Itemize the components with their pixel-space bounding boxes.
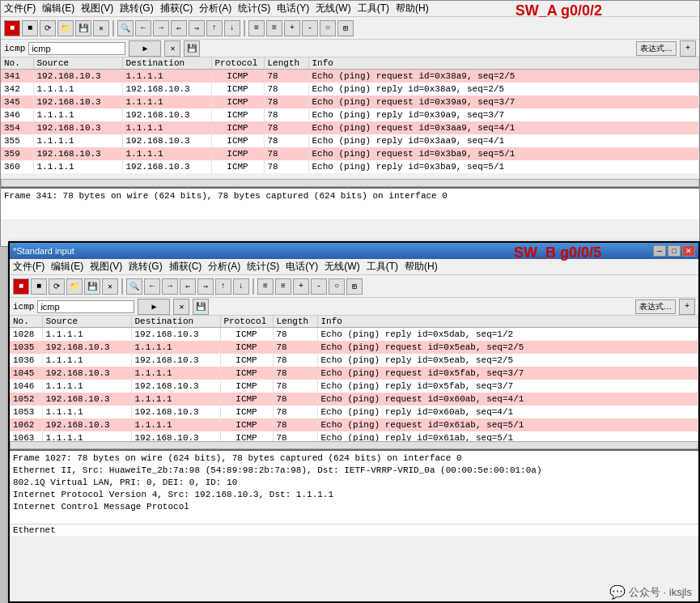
btn-zi-b[interactable]: + <box>293 278 309 295</box>
btn-close[interactable]: ✕ <box>93 20 109 36</box>
menu-stats-b[interactable]: 统计(S) <box>247 260 279 274</box>
table-row[interactable]: 341 192.168.10.3 1.1.1.1 ICMP 78 Echo (p… <box>1 70 699 83</box>
menu-capture-b[interactable]: 捕获(C) <box>169 260 202 274</box>
btn-save[interactable]: 💾 <box>75 20 91 36</box>
table-row[interactable]: 342 1.1.1.1 192.168.10.3 ICMP 78 Echo (p… <box>1 83 699 96</box>
maximize-btn[interactable]: □ <box>668 245 681 257</box>
menu-help-b[interactable]: 帮助(H) <box>405 260 438 274</box>
menu-view-b[interactable]: 视图(V) <box>90 260 122 274</box>
btn-search[interactable]: 🔍 <box>117 20 134 36</box>
menu-view[interactable]: 视图(V) <box>81 2 113 15</box>
filter-save-bottom[interactable]: 💾 <box>193 299 209 315</box>
menu-phone-b[interactable]: 电话(Y) <box>286 260 318 274</box>
filter-save-top[interactable]: 💾 <box>184 40 200 57</box>
btn-col2[interactable]: ≡ <box>266 20 282 36</box>
expr-plus-top[interactable]: + <box>680 40 696 57</box>
menu-stats[interactable]: 统计(S) <box>238 2 270 15</box>
btn-next-b[interactable]: → <box>162 278 178 295</box>
table-row[interactable]: 346 1.1.1.1 192.168.10.3 ICMP 78 Echo (p… <box>1 108 699 121</box>
btn-restart[interactable]: ⟳ <box>40 20 56 36</box>
btn-col-b[interactable]: ≡ <box>257 278 274 295</box>
detail-panel-bottom: Frame 1027: 78 bytes on wire (624 bits),… <box>10 449 698 524</box>
table-header-top: No. Source Destination Protocol Length I… <box>1 57 699 70</box>
btn-f1-b[interactable]: ⇐ <box>180 278 196 295</box>
menu-edit[interactable]: 编辑(E) <box>42 2 74 15</box>
btn-up-b[interactable]: ↑ <box>215 278 231 295</box>
btn-zoom-reset[interactable]: ○ <box>320 20 336 36</box>
btn-close-b[interactable]: ✕ <box>102 278 118 295</box>
filter-apply-top[interactable]: ▶ <box>129 40 161 57</box>
btn-next[interactable]: → <box>153 20 169 36</box>
menu-wireless-b[interactable]: 无线(W) <box>325 260 359 274</box>
table-row[interactable]: 1036 1.1.1.1 192.168.10.3 ICMP 78 Echo (… <box>10 354 698 367</box>
table-row[interactable]: 354 192.168.10.3 1.1.1.1 ICMP 78 Echo (p… <box>1 121 699 134</box>
table-row[interactable]: 1046 1.1.1.1 192.168.10.3 ICMP 78 Echo (… <box>10 380 698 393</box>
btn-zoom-out[interactable]: - <box>302 20 318 36</box>
btn-open-b[interactable]: 📁 <box>66 278 83 295</box>
top-packet-rows: 341 192.168.10.3 1.1.1.1 ICMP 78 Echo (p… <box>1 70 699 173</box>
filter-input-top[interactable] <box>28 42 125 55</box>
btn-stop-b[interactable]: ■ <box>31 278 47 295</box>
btn-lay-b[interactable]: ⊞ <box>346 278 363 295</box>
btn-stop[interactable]: ■ <box>22 20 38 36</box>
scrollbar-h-top[interactable] <box>1 179 699 187</box>
btn-down[interactable]: ↓ <box>224 20 240 36</box>
table-row[interactable]: 360 1.1.1.1 192.168.10.3 ICMP 78 Echo (p… <box>1 160 699 173</box>
btn-filter2[interactable]: ⇒ <box>189 20 205 36</box>
btn-zo-b[interactable]: - <box>311 278 327 295</box>
menu-help[interactable]: 帮助(H) <box>396 2 429 15</box>
btn-start-b[interactable]: ■ <box>13 278 29 295</box>
btn-up[interactable]: ↑ <box>206 20 223 36</box>
filter-apply-bottom[interactable]: ▶ <box>138 299 170 315</box>
table-row[interactable]: 1053 1.1.1.1 192.168.10.3 ICMP 78 Echo (… <box>10 406 698 418</box>
table-row[interactable]: 1035 192.168.10.3 1.1.1.1 ICMP 78 Echo (… <box>10 341 698 354</box>
table-row[interactable]: 355 1.1.1.1 192.168.10.3 ICMP 78 Echo (p… <box>1 134 699 147</box>
table-row[interactable]: 1028 1.1.1.1 192.168.10.3 ICMP 78 Echo (… <box>10 328 698 341</box>
filter-clear-bottom[interactable]: ✕ <box>173 299 189 315</box>
menu-wireless[interactable]: 无线(W) <box>316 2 350 15</box>
expr-btn-bottom[interactable]: 表达式… <box>635 299 676 314</box>
btn-filter1[interactable]: ⇐ <box>171 20 187 36</box>
expr-plus-bottom[interactable]: + <box>679 299 695 315</box>
menu-jump-b[interactable]: 跳转(G) <box>129 260 162 274</box>
btn-layout[interactable]: ⊞ <box>337 20 354 36</box>
btn-prev-b[interactable]: ← <box>144 278 160 295</box>
menu-jump[interactable]: 跳转(G) <box>120 2 153 15</box>
minimize-btn[interactable]: ─ <box>653 245 666 257</box>
menu-file-b[interactable]: 文件(F) <box>13 260 45 274</box>
close-btn[interactable]: ✕ <box>682 245 695 257</box>
menu-tools[interactable]: 工具(T) <box>358 2 389 15</box>
cell-dst: 192.168.10.3 <box>122 160 211 173</box>
table-row[interactable]: 1045 192.168.10.3 1.1.1.1 ICMP 78 Echo (… <box>10 367 698 380</box>
btn-prev[interactable]: ← <box>135 20 151 36</box>
btn-down-b[interactable]: ↓ <box>233 278 249 295</box>
btn-restart-b[interactable]: ⟳ <box>49 278 65 295</box>
menu-edit-b[interactable]: 编辑(E) <box>51 260 83 274</box>
expr-btn-top[interactable]: 表达式… <box>636 41 677 56</box>
table-row[interactable]: 1052 192.168.10.3 1.1.1.1 ICMP 78 Echo (… <box>10 393 698 406</box>
menu-phone[interactable]: 电话(Y) <box>277 2 309 15</box>
btn-zr-b[interactable]: ○ <box>329 278 345 295</box>
table-row[interactable]: 1062 192.168.10.3 1.1.1.1 ICMP 78 Echo (… <box>10 418 698 431</box>
table-row[interactable]: 1063 1.1.1.1 192.168.10.3 ICMP 78 Echo (… <box>10 431 698 442</box>
filter-input-bottom[interactable] <box>37 300 134 313</box>
table-row[interactable]: 359 192.168.10.3 1.1.1.1 ICMP 78 Echo (p… <box>1 147 699 160</box>
btn-f2-b[interactable]: ⇒ <box>197 278 214 295</box>
menu-file[interactable]: 文件(F) <box>4 2 36 15</box>
table-row[interactable]: 345 192.168.10.3 1.1.1.1 ICMP 78 Echo (p… <box>1 96 699 108</box>
btn-open[interactable]: 📁 <box>57 20 74 36</box>
btn-search-b[interactable]: 🔍 <box>126 278 142 295</box>
btn-zoom-in[interactable]: + <box>284 20 300 36</box>
cell-dst: 192.168.10.3 <box>131 406 220 418</box>
btn-save-b[interactable]: 💾 <box>84 278 100 295</box>
btn-col[interactable]: ≡ <box>248 20 265 36</box>
btn-start[interactable]: ■ <box>4 20 20 36</box>
menu-tools-b[interactable]: 工具(T) <box>367 260 398 274</box>
menu-analyze[interactable]: 分析(A) <box>199 2 231 15</box>
menu-capture[interactable]: 捕获(C) <box>160 2 193 15</box>
filter-clear-top[interactable]: ✕ <box>164 40 180 57</box>
scrollbar-h-bottom[interactable] <box>10 441 698 449</box>
menu-analyze-b[interactable]: 分析(A) <box>208 260 240 274</box>
detail-line: Frame 1027: 78 bytes on wire (624 bits),… <box>13 452 695 465</box>
btn-col2-b[interactable]: ≡ <box>275 278 291 295</box>
